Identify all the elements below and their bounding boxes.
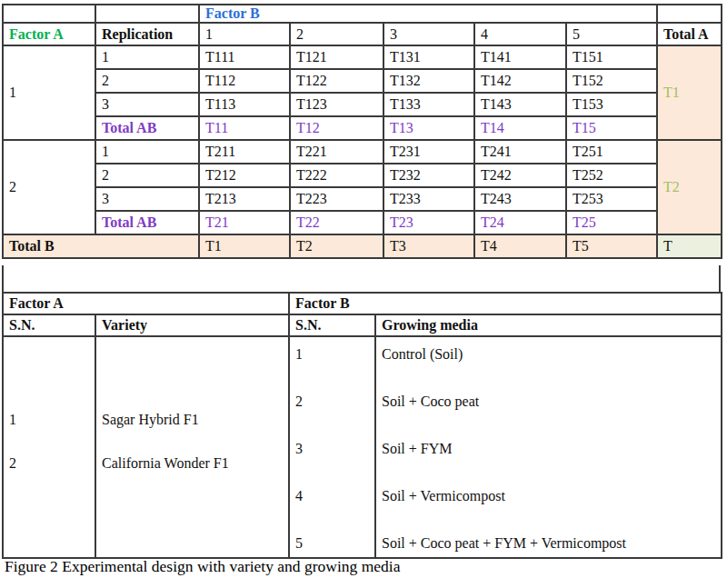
treatment-cell: T231 [383,140,474,164]
empty-corner-cell [3,5,95,23]
treatment-cell: T153 [566,93,657,116]
table-row: 2 T212 T222 T232 T242 T252 [3,164,722,187]
treatment-cell: T141 [474,45,566,69]
total-ab-cell: T23 [383,211,474,234]
media-name: Soil + Coco peat + FYM + Vermicompost [382,533,719,553]
table-row: 1 2 Sagar Hybrid F1 California Wonder F1… [3,336,722,558]
factor-b-level-header: 2 [290,23,383,45]
treatment-cell: T133 [383,93,474,116]
replication-cell: 2 [95,164,199,187]
figure-page: Factor B Factor A Replication 1 2 3 4 5 … [0,0,727,588]
table-row: Total AB T21 T22 T23 T24 T25 [3,211,722,234]
replication-cell: 3 [95,187,199,211]
total-ab-cell: T25 [566,211,657,234]
media-sn-cell: 1 2 3 4 5 [289,336,375,558]
total-a-cell: T2 [657,140,722,234]
treatment-cell: T112 [199,69,290,93]
table-row: Total B T1 T2 T3 T4 T5 T [3,234,722,258]
table-row: Factor A Replication 1 2 3 4 5 Total A [3,23,722,45]
table-row: 2 T112 T122 T132 T142 T152 [3,69,722,93]
treatment-cell: T222 [290,164,383,187]
grand-total-cell: T [657,234,722,258]
total-b-cell: T4 [474,234,566,258]
treatment-cell: T251 [566,140,657,164]
table-row: 3 T113 T123 T133 T143 T153 [3,93,722,116]
table-row: 3 T213 T223 T233 T243 T253 [3,187,722,211]
factor-b-level-header: 3 [383,23,474,45]
empty-corner-cell [657,5,722,23]
total-b-cell: T2 [290,234,383,258]
media-name: Soil + Coco peat [382,392,719,412]
sn-header: S.N. [3,314,95,336]
total-ab-cell: T13 [383,116,474,140]
total-b-cell: T3 [383,234,474,258]
replication-cell: 2 [95,69,199,93]
total-ab-cell: T12 [290,116,383,140]
total-ab-cell: T15 [566,116,657,140]
factor-a-header: Factor A [3,23,95,45]
table-row: S.N. Variety S.N. Growing media [3,314,722,336]
sn-header: S.N. [289,314,375,336]
variety-sn: 2 [9,453,93,473]
total-ab-label: Total AB [95,116,199,140]
treatment-cell: T213 [199,187,290,211]
treatment-cell: T221 [290,140,383,164]
replication-cell: 1 [95,45,199,69]
factor-b-level-header: 4 [474,23,566,45]
treatment-cell: T142 [474,69,566,93]
table-row: 2 1 T211 T221 T231 T241 T251 T2 [3,140,722,164]
total-b-cell: T5 [566,234,657,258]
total-b-cell: T1 [199,234,290,258]
treatment-cell: T252 [566,164,657,187]
total-ab-label: Total AB [95,211,199,234]
design-table: Factor B Factor A Replication 1 2 3 4 5 … [2,4,722,259]
total-ab-cell: T11 [199,116,290,140]
factor-a-section-header: Factor A [3,293,289,314]
empty-corner-cell [95,5,199,23]
treatment-cell: T132 [383,69,474,93]
media-name: Soil + FYM [382,439,719,459]
total-ab-cell: T21 [199,211,290,234]
treatment-cell: T121 [290,45,383,69]
media-sn: 4 [295,486,373,506]
total-a-cell: T1 [657,45,722,140]
factor-a-level-cell: 2 [3,140,95,234]
treatment-cell: T113 [199,93,290,116]
treatment-cell: T212 [199,164,290,187]
treatment-cell: T242 [474,164,566,187]
factor-legend-table: Factor A Factor B S.N. Variety S.N. Grow… [2,292,722,559]
table-row: Total AB T11 T12 T13 T14 T15 [3,116,722,140]
replication-cell: 3 [95,93,199,116]
treatment-cell: T151 [566,45,657,69]
treatment-cell: T232 [383,164,474,187]
variety-sn: 1 [9,410,93,430]
treatment-cell: T123 [290,93,383,116]
factor-a-level-cell: 1 [3,45,95,140]
media-name: Control (Soil) [382,344,719,364]
factor-b-header: Factor B [199,5,657,23]
treatment-cell: T243 [474,187,566,211]
total-ab-cell: T22 [290,211,383,234]
total-ab-cell: T24 [474,211,566,234]
table-row: 1 1 T111 T121 T131 T141 T151 T1 [3,45,722,69]
treatment-cell: T111 [199,45,290,69]
table-row: Factor B [3,5,722,23]
treatment-cell: T253 [566,187,657,211]
replication-header: Replication [95,23,199,45]
treatment-cell: T211 [199,140,290,164]
treatment-cell: T131 [383,45,474,69]
media-sn: 3 [295,439,373,459]
total-a-header: Total A [657,23,722,45]
treatment-cell: T241 [474,140,566,164]
media-sn: 2 [295,392,373,412]
variety-header: Variety [95,314,289,336]
factor-b-level-header: 1 [199,23,290,45]
table-spacer-band [2,265,721,294]
factor-b-section-header: Factor B [289,293,722,314]
total-b-label: Total B [3,234,199,258]
media-sn: 5 [295,533,373,553]
growing-media-header: Growing media [375,314,722,336]
treatment-cell: T233 [383,187,474,211]
treatment-cell: T143 [474,93,566,116]
variety-names-cell: Sagar Hybrid F1 California Wonder F1 [95,336,289,558]
